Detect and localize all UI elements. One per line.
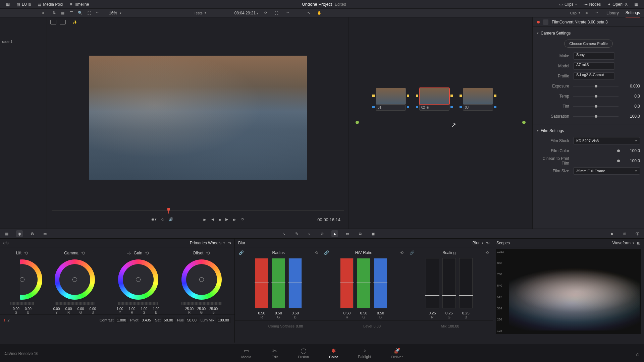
lift-reset[interactable]: ⟲: [24, 250, 28, 256]
wheels-mode-dropdown[interactable]: Primaries Wheels▾: [190, 241, 225, 245]
hv-link-icon[interactable]: 🔗: [324, 250, 329, 255]
list-view-icon[interactable]: ☰: [68, 10, 75, 16]
saturation-slider[interactable]: [573, 113, 619, 120]
film-color-slider[interactable]: [573, 147, 619, 155]
exposure-slider[interactable]: [573, 82, 619, 90]
hv-bars[interactable]: [323, 258, 405, 308]
highlight-mode-icon[interactable]: [50, 20, 56, 24]
keyframes-tab[interactable]: ◆: [608, 230, 615, 237]
play-button[interactable]: ▶: [225, 217, 228, 222]
node-02[interactable]: 02⊗: [419, 88, 449, 111]
tab-library[interactable]: Library: [606, 9, 619, 17]
viewer-preview[interactable]: [89, 56, 307, 180]
timeline-toggle[interactable]: ≡Timeline: [66, 0, 92, 8]
clips-toggle[interactable]: ▭Clips▾: [556, 0, 580, 8]
graph-input[interactable]: [356, 121, 359, 124]
luts-toggle[interactable]: ▧LUTs: [13, 0, 34, 8]
hv-reset[interactable]: ⟲: [400, 250, 404, 255]
offset-jog[interactable]: [181, 302, 222, 305]
waveform-scope[interactable]: 1023896768640512384256128: [496, 249, 641, 334]
blur-tab[interactable]: ▲: [331, 230, 338, 237]
playhead[interactable]: [168, 209, 169, 214]
nodes-toggle[interactable]: ⊶Nodes: [580, 0, 604, 8]
gain-reset[interactable]: ⟲: [145, 250, 149, 256]
node-scope-dropdown[interactable]: Clip▾: [570, 11, 580, 15]
qualifier-tab[interactable]: ✎: [293, 230, 300, 237]
split-view-icon[interactable]: [60, 20, 66, 24]
gallery-still-label[interactable]: rade 1: [2, 19, 45, 44]
gain-picker-icon[interactable]: ⊹: [127, 250, 131, 256]
camera-raw-tab[interactable]: ▦: [3, 230, 10, 237]
home-icon[interactable]: ⌂: [636, 351, 639, 357]
film-size-select[interactable]: 35mm Full Frame▾: [573, 167, 640, 175]
bypass-icon[interactable]: ⟳: [262, 10, 269, 16]
wheels-reset-icon[interactable]: ⟲: [228, 241, 231, 245]
profile-field[interactable]: S-Log2 S-Gamut: [573, 72, 615, 80]
gain-jog[interactable]: [118, 302, 158, 305]
node-more-icon[interactable]: ⋯: [593, 10, 600, 16]
blur-type-dropdown[interactable]: Blur▾: [473, 241, 483, 245]
fullscreen-icon[interactable]: ⛶: [273, 10, 280, 16]
step-back-button[interactable]: ◀: [211, 217, 214, 222]
lift-wheel[interactable]: [2, 259, 42, 300]
mute-icon[interactable]: 🔊: [169, 217, 173, 222]
bin-dropdown[interactable]: Tests▾: [194, 11, 206, 15]
radius-bars[interactable]: [237, 258, 319, 308]
curves-tab[interactable]: ∿: [280, 230, 287, 237]
gamma-wheel[interactable]: [55, 259, 95, 300]
next-clip-button[interactable]: ⏭: [233, 218, 236, 222]
temp-slider[interactable]: [573, 93, 619, 100]
cineon-slider[interactable]: [573, 157, 619, 165]
color-wheels-tab[interactable]: ◎: [16, 230, 23, 237]
rgb-mixer-tab[interactable]: ⁂: [29, 230, 36, 237]
expand-icon[interactable]: ⛶: [86, 10, 92, 16]
page-edit[interactable]: ✂Edit: [271, 348, 278, 359]
grid-view-icon[interactable]: ▦: [59, 10, 66, 16]
hand-tool-icon[interactable]: ✋: [316, 10, 323, 16]
pointer-tool-icon[interactable]: ↖: [305, 10, 312, 16]
make-field[interactable]: Sony: [573, 52, 615, 60]
blur-reset-icon[interactable]: ⟲: [486, 241, 489, 245]
media-pool-toggle[interactable]: ▤Media Pool: [34, 0, 66, 8]
offset-reset[interactable]: ⟲: [206, 250, 210, 256]
sort-icon[interactable]: ⇅: [51, 10, 57, 16]
loop-options-icon[interactable]: ◉▾: [151, 217, 157, 222]
offset-wheel[interactable]: [181, 259, 222, 300]
viewer-more-icon[interactable]: ⋯: [284, 10, 290, 16]
page-fusion[interactable]: ◯Fusion: [298, 348, 309, 359]
choose-camera-profile-button[interactable]: Choose Camera Profile: [564, 40, 612, 48]
plugin-active-dot[interactable]: [537, 21, 540, 23]
viewer-zoom-dropdown[interactable]: 16%▾: [104, 11, 127, 15]
lummix-value[interactable]: 100.00: [216, 317, 231, 323]
match-frame-icon[interactable]: ◇: [161, 217, 164, 222]
loop-button[interactable]: ↻: [241, 217, 244, 222]
page-media[interactable]: ▭Media: [241, 348, 251, 359]
page-color[interactable]: ✽Color: [329, 348, 338, 359]
scope-options-icon[interactable]: ⊞: [637, 241, 640, 245]
magic-wand-icon[interactable]: ✨: [72, 20, 77, 24]
film-settings-header[interactable]: ▾Film Settings: [537, 127, 640, 136]
clip-timecode[interactable]: 00:00:16:14: [317, 217, 340, 222]
gamma-jog[interactable]: [55, 302, 95, 305]
tint-slider[interactable]: [573, 103, 619, 110]
scopes-tab[interactable]: ⊞: [621, 230, 628, 237]
stop-button[interactable]: ■: [219, 218, 221, 222]
source-timecode[interactable]: 08:04:29:21 ▾: [234, 11, 259, 15]
openfx-toggle[interactable]: ✦OpenFX: [604, 0, 631, 8]
hue-value[interactable]: 50.00: [185, 317, 199, 323]
node-01[interactable]: 01: [376, 88, 406, 111]
lightbox-toggle[interactable]: ▦: [631, 0, 641, 8]
scaling-reset[interactable]: ⟲: [485, 250, 489, 255]
page-2[interactable]: 2: [7, 318, 9, 322]
tracker-tab[interactable]: ⊕: [319, 230, 325, 237]
viewer-scrubber[interactable]: [52, 210, 344, 215]
model-field[interactable]: A7 mk3: [573, 62, 615, 70]
key-tab[interactable]: ▭: [344, 230, 351, 237]
info-tab[interactable]: ⓘ: [634, 230, 641, 237]
page-fairlight[interactable]: ♪Fairlight: [358, 348, 371, 359]
gallery-toggle[interactable]: ▦: [3, 0, 13, 8]
pivot-value[interactable]: 0.435: [140, 317, 153, 323]
prev-clip-button[interactable]: ⏮: [203, 218, 207, 222]
page-deliver[interactable]: 🚀Deliver: [391, 348, 403, 359]
scaling-bars[interactable]: [408, 258, 490, 308]
